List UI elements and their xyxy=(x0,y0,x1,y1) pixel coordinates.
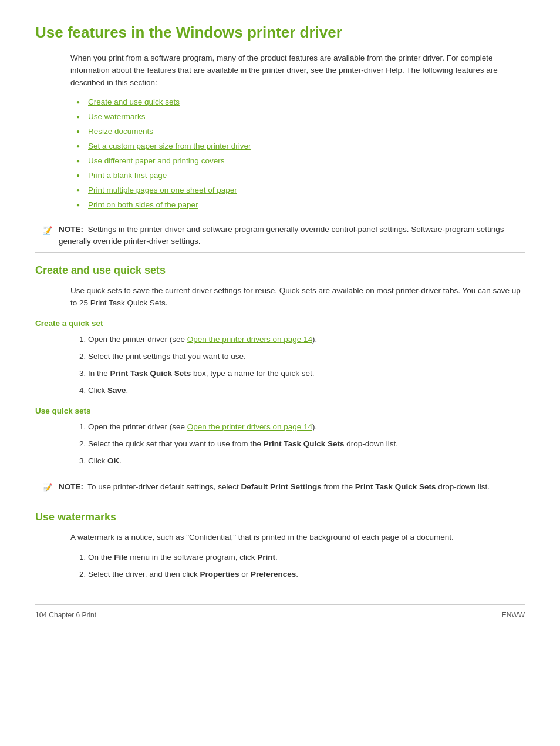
footer-right: ENWW xyxy=(502,611,525,619)
link-both-sides[interactable]: Print on both sides of the paper xyxy=(88,200,198,209)
subsection-title-use: Use quick sets xyxy=(35,406,525,415)
list-item: Use different paper and printing covers xyxy=(88,156,525,165)
list-item: Print a blank first page xyxy=(88,171,525,180)
step-item: Select the quick set that you want to us… xyxy=(88,438,525,451)
note-label-2: NOTE: xyxy=(59,482,83,491)
link-open-printer-drivers-2[interactable]: Open the printer drivers on page 14 xyxy=(187,422,312,431)
step-item: Open the printer driver (see Open the pr… xyxy=(88,334,525,346)
note-label-1: NOTE: xyxy=(59,225,83,234)
page-title: Use features in the Windows printer driv… xyxy=(35,23,525,42)
feature-list: Create and use quick sets Use watermarks… xyxy=(88,98,525,209)
intro-paragraph: When you print from a software program, … xyxy=(70,52,525,89)
note-icon-2: 📝 xyxy=(42,482,54,494)
note-box-2: 📝 NOTE: To use printer-driver default se… xyxy=(35,476,525,499)
step-item: Open the printer driver (see Open the pr… xyxy=(88,421,525,434)
step-item: In the Print Task Quick Sets box, type a… xyxy=(88,368,525,380)
steps-create-quick-set: Open the printer driver (see Open the pr… xyxy=(88,334,525,397)
list-item: Print multiple pages on one sheet of pap… xyxy=(88,186,525,194)
page-footer: 104 Chapter 6 Print ENWW xyxy=(35,604,525,619)
link-custom-paper[interactable]: Set a custom paper size from the printer… xyxy=(88,142,251,150)
note-body-1: Settings in the printer driver and softw… xyxy=(59,225,504,246)
link-watermarks[interactable]: Use watermarks xyxy=(88,112,146,121)
link-blank-page[interactable]: Print a blank first page xyxy=(88,171,167,180)
steps-use-quick-set: Open the printer driver (see Open the pr… xyxy=(88,421,525,468)
note-box-1: 📝 NOTE: Settings in the printer driver a… xyxy=(35,219,525,253)
section-title-quick-sets: Create and use quick sets xyxy=(35,264,525,277)
note-text-1: NOTE: Settings in the printer driver and… xyxy=(59,224,518,248)
section-body-watermarks: A watermark is a notice, such as "Confid… xyxy=(70,532,525,544)
step-item: Select the print settings that you want … xyxy=(88,351,525,363)
step-item: Select the driver, and then click Proper… xyxy=(88,569,525,581)
link-multiple-pages[interactable]: Print multiple pages on one sheet of pap… xyxy=(88,186,237,194)
subsection-title-create: Create a quick set xyxy=(35,319,525,328)
list-item: Print on both sides of the paper xyxy=(88,200,525,209)
list-item: Set a custom paper size from the printer… xyxy=(88,142,525,150)
steps-watermarks: On the File menu in the software program… xyxy=(88,552,525,581)
link-open-printer-drivers-1[interactable]: Open the printer drivers on page 14 xyxy=(187,335,312,344)
list-item: Use watermarks xyxy=(88,112,525,121)
link-quick-sets[interactable]: Create and use quick sets xyxy=(88,98,180,106)
list-item: Resize documents xyxy=(88,127,525,136)
step-item: On the File menu in the software program… xyxy=(88,552,525,564)
section-body-quick-sets: Use quick sets to save the current drive… xyxy=(70,285,525,310)
note-icon-1: 📝 xyxy=(42,224,54,237)
footer-left: 104 Chapter 6 Print xyxy=(35,611,96,619)
link-resize[interactable]: Resize documents xyxy=(88,127,153,136)
list-item: Create and use quick sets xyxy=(88,98,525,106)
section-title-watermarks: Use watermarks xyxy=(35,511,525,523)
link-different-paper[interactable]: Use different paper and printing covers xyxy=(88,156,224,165)
step-item: Click OK. xyxy=(88,455,525,468)
step-item: Click Save. xyxy=(88,385,525,397)
note-text-2: NOTE: To use printer-driver default sett… xyxy=(59,481,490,493)
